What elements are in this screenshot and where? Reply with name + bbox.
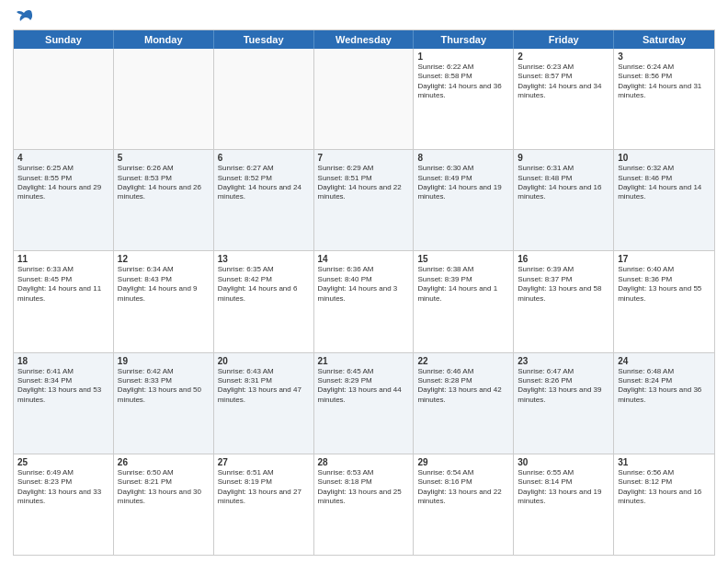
calendar-cell: 8Sunrise: 6:30 AM Sunset: 8:49 PM Daylig…: [414, 150, 514, 250]
cell-date: 3: [618, 52, 711, 62]
cell-content: Sunrise: 6:41 AM Sunset: 8:34 PM Dayligh…: [17, 367, 109, 406]
calendar-cell: 25Sunrise: 6:49 AM Sunset: 8:23 PM Dayli…: [14, 454, 114, 555]
header: [13, 9, 715, 26]
cell-content: Sunrise: 6:35 AM Sunset: 8:42 PM Dayligh…: [218, 265, 310, 304]
cell-content: Sunrise: 6:32 AM Sunset: 8:46 PM Dayligh…: [618, 164, 711, 202]
calendar-cell: 13Sunrise: 6:35 AM Sunset: 8:42 PM Dayli…: [214, 251, 314, 351]
cell-content: Sunrise: 6:47 AM Sunset: 8:26 PM Dayligh…: [518, 367, 609, 406]
calendar-cell: 30Sunrise: 6:55 AM Sunset: 8:14 PM Dayli…: [514, 454, 614, 555]
calendar-cell: 24Sunrise: 6:48 AM Sunset: 8:24 PM Dayli…: [614, 353, 714, 454]
cell-date: 16: [518, 254, 609, 264]
cell-content: Sunrise: 6:56 AM Sunset: 8:12 PM Dayligh…: [618, 468, 711, 507]
calendar-cell: 10Sunrise: 6:32 AM Sunset: 8:46 PM Dayli…: [614, 150, 714, 250]
cell-date: 24: [618, 356, 711, 366]
cell-date: 21: [318, 356, 410, 366]
calendar-cell: 1Sunrise: 6:22 AM Sunset: 8:58 PM Daylig…: [414, 49, 514, 149]
calendar-cell: 16Sunrise: 6:39 AM Sunset: 8:37 PM Dayli…: [514, 251, 614, 351]
calendar-header: SundayMondayTuesdayWednesdayThursdayFrid…: [14, 30, 714, 49]
cell-date: 5: [118, 153, 210, 163]
cell-content: Sunrise: 6:42 AM Sunset: 8:33 PM Dayligh…: [118, 367, 210, 406]
calendar-cell: 15Sunrise: 6:38 AM Sunset: 8:39 PM Dayli…: [414, 251, 514, 351]
calendar-cell: 7Sunrise: 6:29 AM Sunset: 8:51 PM Daylig…: [314, 150, 415, 250]
calendar-row: 4Sunrise: 6:25 AM Sunset: 8:55 PM Daylig…: [14, 150, 714, 251]
calendar-cell: 21Sunrise: 6:45 AM Sunset: 8:29 PM Dayli…: [314, 353, 415, 454]
cell-date: 8: [417, 153, 509, 163]
calendar-row: 18Sunrise: 6:41 AM Sunset: 8:34 PM Dayli…: [14, 353, 714, 454]
calendar-cell: 2Sunrise: 6:23 AM Sunset: 8:57 PM Daylig…: [514, 49, 614, 149]
cell-date: 23: [518, 356, 609, 366]
cell-date: 4: [17, 153, 109, 163]
cell-content: Sunrise: 6:45 AM Sunset: 8:29 PM Dayligh…: [318, 367, 410, 406]
logo-bird-icon: [15, 9, 35, 26]
cell-date: 12: [118, 254, 210, 264]
logo: [13, 9, 35, 26]
calendar-cell: 28Sunrise: 6:53 AM Sunset: 8:18 PM Dayli…: [314, 454, 415, 555]
cell-content: Sunrise: 6:38 AM Sunset: 8:39 PM Dayligh…: [417, 265, 509, 304]
cell-content: Sunrise: 6:43 AM Sunset: 8:31 PM Dayligh…: [218, 367, 310, 406]
cell-content: Sunrise: 6:40 AM Sunset: 8:36 PM Dayligh…: [618, 265, 711, 304]
calendar-cell: 18Sunrise: 6:41 AM Sunset: 8:34 PM Dayli…: [14, 353, 114, 454]
cell-date: 14: [318, 254, 410, 264]
cell-date: 2: [518, 52, 609, 62]
cell-content: Sunrise: 6:23 AM Sunset: 8:57 PM Dayligh…: [518, 63, 609, 101]
cell-content: Sunrise: 6:48 AM Sunset: 8:24 PM Dayligh…: [618, 367, 711, 406]
calendar-cell: 12Sunrise: 6:34 AM Sunset: 8:43 PM Dayli…: [114, 251, 214, 351]
cell-date: 19: [118, 356, 210, 366]
calendar-cell: 3Sunrise: 6:24 AM Sunset: 8:56 PM Daylig…: [614, 49, 714, 149]
cell-content: Sunrise: 6:25 AM Sunset: 8:55 PM Dayligh…: [17, 164, 109, 202]
day-header-friday: Friday: [514, 30, 614, 49]
cell-date: 7: [318, 153, 410, 163]
day-header-saturday: Saturday: [614, 30, 714, 49]
day-header-sunday: Sunday: [14, 30, 114, 49]
calendar: SundayMondayTuesdayWednesdayThursdayFrid…: [13, 29, 715, 556]
day-header-tuesday: Tuesday: [214, 30, 314, 49]
cell-content: Sunrise: 6:22 AM Sunset: 8:58 PM Dayligh…: [417, 63, 509, 101]
calendar-cell: 4Sunrise: 6:25 AM Sunset: 8:55 PM Daylig…: [14, 150, 114, 250]
cell-date: 17: [618, 254, 711, 264]
cell-date: 26: [118, 457, 210, 467]
cell-date: 1: [417, 52, 509, 62]
cell-date: 6: [218, 153, 310, 163]
cell-content: Sunrise: 6:55 AM Sunset: 8:14 PM Dayligh…: [518, 468, 609, 507]
cell-content: Sunrise: 6:29 AM Sunset: 8:51 PM Dayligh…: [318, 164, 410, 202]
cell-content: Sunrise: 6:33 AM Sunset: 8:45 PM Dayligh…: [17, 265, 109, 304]
cell-content: Sunrise: 6:51 AM Sunset: 8:19 PM Dayligh…: [218, 468, 310, 507]
cell-content: Sunrise: 6:54 AM Sunset: 8:16 PM Dayligh…: [417, 468, 509, 507]
calendar-row: 1Sunrise: 6:22 AM Sunset: 8:58 PM Daylig…: [14, 49, 714, 150]
calendar-row: 25Sunrise: 6:49 AM Sunset: 8:23 PM Dayli…: [14, 454, 714, 555]
calendar-cell: 17Sunrise: 6:40 AM Sunset: 8:36 PM Dayli…: [614, 251, 714, 351]
cell-date: 29: [417, 457, 509, 467]
cell-date: 15: [417, 254, 509, 264]
page: SundayMondayTuesdayWednesdayThursdayFrid…: [0, 0, 728, 563]
cell-content: Sunrise: 6:53 AM Sunset: 8:18 PM Dayligh…: [318, 468, 410, 507]
calendar-row: 11Sunrise: 6:33 AM Sunset: 8:45 PM Dayli…: [14, 251, 714, 352]
cell-date: 31: [618, 457, 711, 467]
cell-date: 10: [618, 153, 711, 163]
calendar-cell: 27Sunrise: 6:51 AM Sunset: 8:19 PM Dayli…: [214, 454, 314, 555]
calendar-cell: [14, 49, 114, 149]
calendar-cell: [114, 49, 214, 149]
day-header-thursday: Thursday: [414, 30, 514, 49]
calendar-cell: 23Sunrise: 6:47 AM Sunset: 8:26 PM Dayli…: [514, 353, 614, 454]
calendar-cell: 29Sunrise: 6:54 AM Sunset: 8:16 PM Dayli…: [414, 454, 514, 555]
cell-content: Sunrise: 6:36 AM Sunset: 8:40 PM Dayligh…: [318, 265, 410, 304]
cell-date: 27: [218, 457, 310, 467]
calendar-cell: 26Sunrise: 6:50 AM Sunset: 8:21 PM Dayli…: [114, 454, 214, 555]
day-header-wednesday: Wednesday: [314, 30, 415, 49]
cell-date: 20: [218, 356, 310, 366]
calendar-cell: 31Sunrise: 6:56 AM Sunset: 8:12 PM Dayli…: [614, 454, 714, 555]
calendar-cell: 19Sunrise: 6:42 AM Sunset: 8:33 PM Dayli…: [114, 353, 214, 454]
cell-content: Sunrise: 6:50 AM Sunset: 8:21 PM Dayligh…: [118, 468, 210, 507]
cell-content: Sunrise: 6:39 AM Sunset: 8:37 PM Dayligh…: [518, 265, 609, 304]
calendar-cell: 11Sunrise: 6:33 AM Sunset: 8:45 PM Dayli…: [14, 251, 114, 351]
calendar-cell: [214, 49, 314, 149]
calendar-body: 1Sunrise: 6:22 AM Sunset: 8:58 PM Daylig…: [14, 49, 714, 555]
calendar-cell: 9Sunrise: 6:31 AM Sunset: 8:48 PM Daylig…: [514, 150, 614, 250]
calendar-cell: 14Sunrise: 6:36 AM Sunset: 8:40 PM Dayli…: [314, 251, 415, 351]
cell-date: 25: [17, 457, 109, 467]
cell-content: Sunrise: 6:34 AM Sunset: 8:43 PM Dayligh…: [118, 265, 210, 304]
calendar-cell: [314, 49, 415, 149]
calendar-cell: 22Sunrise: 6:46 AM Sunset: 8:28 PM Dayli…: [414, 353, 514, 454]
cell-date: 9: [518, 153, 609, 163]
cell-date: 30: [518, 457, 609, 467]
